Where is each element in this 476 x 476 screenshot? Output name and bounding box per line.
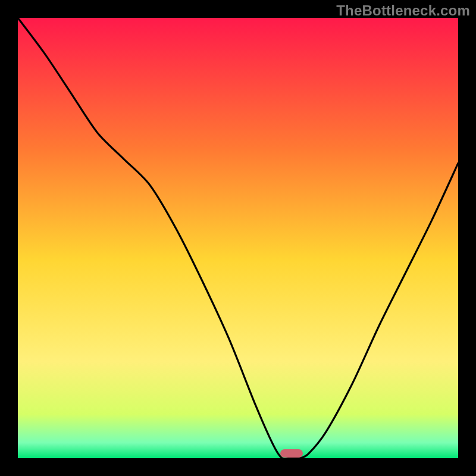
- watermark-text: TheBottleneck.com: [336, 2, 470, 19]
- optimal-marker: [280, 449, 303, 458]
- plot-background: [18, 18, 458, 458]
- bottleneck-chart: [0, 0, 476, 476]
- chart-frame: TheBottleneck.com: [0, 0, 476, 476]
